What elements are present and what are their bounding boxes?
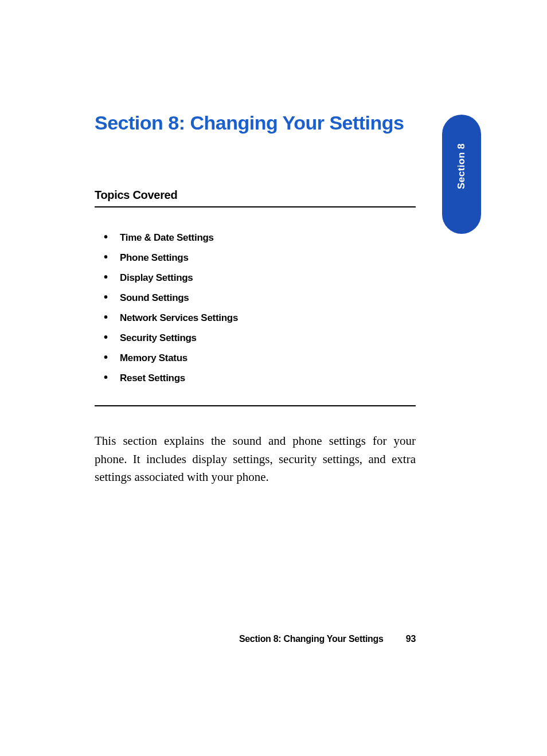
- list-item: Sound Settings: [95, 288, 416, 308]
- list-item: Time & Date Settings: [95, 228, 416, 248]
- section-tab: Section 8: [442, 115, 481, 234]
- list-item: Phone Settings: [95, 248, 416, 268]
- section-title: Section 8: Changing Your Settings: [95, 112, 416, 134]
- list-item: Network Services Settings: [95, 308, 416, 328]
- page-content: Section 8: Changing Your Settings Topics…: [95, 112, 416, 487]
- page-footer: Section 8: Changing Your Settings 93: [95, 634, 416, 644]
- list-item: Display Settings: [95, 268, 416, 288]
- body-paragraph: This section explains the sound and phon…: [95, 432, 416, 487]
- section-tab-label: Section 8: [456, 143, 467, 189]
- topics-covered-heading: Topics Covered: [95, 189, 416, 207]
- list-item: Security Settings: [95, 328, 416, 348]
- list-item: Memory Status: [95, 348, 416, 368]
- topics-list: Time & Date Settings Phone Settings Disp…: [95, 228, 416, 388]
- list-item: Reset Settings: [95, 368, 416, 388]
- footer-section-label: Section 8: Changing Your Settings: [239, 634, 384, 644]
- footer-page-number: 93: [406, 634, 416, 644]
- divider: [95, 405, 416, 406]
